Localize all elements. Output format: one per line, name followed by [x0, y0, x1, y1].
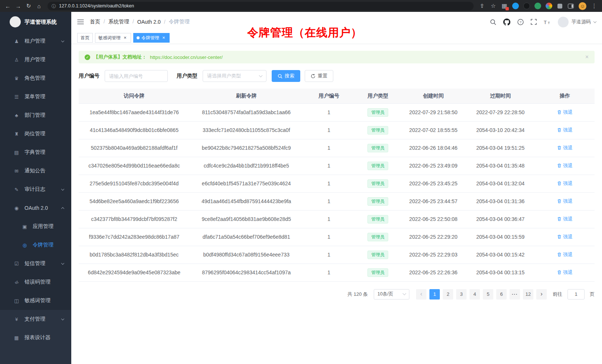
browser-address-bar[interactable]: 127.0.0.1:1024/system/oauth2/token — [48, 2, 474, 10]
sidebar-menu-item[interactable]: 令牌管理 — [0, 236, 71, 254]
help-icon[interactable]: ? — [517, 19, 524, 25]
sidebar-menu-item[interactable]: 部门管理 — [0, 106, 71, 125]
sidebar-menu-item[interactable]: 用户管理 — [0, 50, 71, 69]
goto-page-input[interactable] — [567, 289, 585, 300]
force-logout-button[interactable]: 强退 — [557, 127, 573, 133]
extension-grid-icon[interactable] — [501, 3, 508, 9]
user-id-input[interactable] — [105, 70, 168, 82]
doc-link[interactable]: https://doc.iocoder.cn/user-center/ — [150, 54, 223, 60]
user-type-badge: 管理员 — [367, 197, 388, 206]
force-logout-button[interactable]: 强退 — [557, 269, 573, 276]
sidebar-menu-item[interactable]: 短信管理 — [0, 254, 71, 273]
user-type-select[interactable]: 请选择用户类型 — [203, 70, 266, 82]
cell-user-type: 管理员 — [355, 139, 401, 157]
breadcrumb-item[interactable]: OAuth 2.0 — [137, 19, 169, 25]
sidebar-menu-item[interactable]: 应用管理 — [0, 217, 71, 236]
view-tab[interactable]: 令牌管理 — [133, 33, 170, 43]
reset-button[interactable]: 重置 — [305, 70, 333, 82]
sidebar-menu-item[interactable]: 支付管理 — [0, 310, 71, 328]
menu-item-icon — [13, 298, 20, 304]
sidebar-menu-item[interactable]: 审计日志 — [0, 180, 71, 199]
breadcrumb-item[interactable]: 首页 — [90, 19, 108, 25]
close-tab-icon[interactable] — [161, 35, 166, 40]
force-logout-button[interactable]: 强退 — [557, 198, 573, 205]
bookmark-star-icon[interactable] — [488, 1, 498, 11]
force-logout-button[interactable]: 强退 — [557, 180, 573, 187]
force-logout-label: 强退 — [563, 251, 573, 258]
sidebar-menu-item[interactable]: 敏感词管理 — [0, 291, 71, 310]
sidebar-menu-item[interactable]: 通知公告 — [0, 162, 71, 180]
extensions-puzzle-icon[interactable] — [557, 4, 562, 9]
user-type-badge: 管理员 — [367, 126, 388, 135]
sidebar-menu-item[interactable]: OAuth 2.0 — [0, 199, 71, 217]
browser-home-icon[interactable] — [34, 1, 44, 11]
sidebar-menu-item[interactable]: 角色管理 — [0, 69, 71, 87]
site-info-icon[interactable] — [52, 3, 56, 10]
side-panel-icon[interactable] — [568, 4, 574, 9]
view-tab[interactable]: 首页 — [77, 33, 93, 43]
cell-user-type: 管理员 — [355, 121, 401, 139]
force-logout-label: 强退 — [563, 162, 573, 169]
view-tab[interactable]: 敏感词管理 — [95, 33, 131, 43]
search-icon[interactable] — [490, 19, 496, 25]
sidebar-menu-item[interactable]: 错误码管理 — [0, 273, 71, 291]
force-logout-button[interactable]: 强退 — [557, 216, 573, 222]
user-type-badge: 管理员 — [367, 162, 388, 170]
force-logout-button[interactable]: 强退 — [557, 234, 573, 240]
collapse-sidebar-icon[interactable] — [77, 19, 84, 25]
view-tab-label: 首页 — [81, 35, 89, 41]
extension-blue-icon[interactable] — [512, 3, 519, 9]
next-page-button[interactable] — [536, 289, 547, 300]
force-logout-button[interactable]: 强退 — [557, 162, 573, 169]
force-logout-button[interactable]: 强退 — [557, 251, 573, 258]
page-button[interactable]: ··· — [510, 289, 520, 300]
cell-user-type: 管理员 — [355, 175, 401, 192]
cell-access-token: 41c41346a548490f9dc8b01c6bfe0865 — [79, 121, 190, 139]
browser-profile-avatar[interactable] — [579, 2, 586, 10]
menu-item-icon — [13, 335, 20, 341]
extension-colorful-icon[interactable] — [546, 3, 552, 9]
breadcrumb-item[interactable]: 令牌管理 — [169, 19, 190, 25]
search-button[interactable]: 搜索 — [272, 70, 300, 82]
cell-user-id: 1 — [303, 228, 355, 246]
page-button[interactable]: 4 — [470, 289, 480, 300]
force-logout-button[interactable]: 强退 — [557, 109, 573, 116]
github-icon[interactable] — [503, 19, 510, 26]
breadcrumb-item[interactable]: 系统管理 — [108, 19, 137, 25]
force-logout-button[interactable]: 强退 — [557, 145, 573, 151]
trash-icon — [557, 216, 562, 221]
close-tab-icon[interactable] — [122, 35, 128, 40]
table-row: c347026e805e4d99b0d116eae66eda8c cdfc4ce… — [79, 157, 595, 175]
browser-menu-icon[interactable] — [589, 1, 599, 11]
extension-green-icon[interactable] — [534, 3, 541, 9]
page-button[interactable]: 12 — [523, 289, 533, 300]
alert-close-icon[interactable] — [585, 54, 589, 60]
sidebar-menu-item[interactable]: 菜单管理 — [0, 87, 71, 106]
cell-refresh-token: cdfc4ce9c2da4bb1bdf21b9918ff4be5 — [190, 157, 303, 175]
browser-back-icon[interactable] — [3, 1, 13, 11]
sidebar-menu-item[interactable]: 租户管理 — [0, 32, 71, 50]
sidebar-menu-item[interactable]: 岗位管理 — [0, 125, 71, 143]
browser-forward-icon[interactable] — [13, 1, 23, 11]
page-button[interactable]: 1 — [429, 289, 440, 300]
page-button[interactable]: 5 — [483, 289, 493, 300]
share-icon[interactable] — [477, 1, 487, 11]
font-size-icon[interactable]: TT — [544, 19, 551, 25]
extension-dark-icon[interactable] — [523, 3, 530, 9]
cell-user-id: 1 — [303, 157, 355, 175]
cell-actions: 强退 — [535, 210, 595, 228]
cell-refresh-token: dfa6c71a50a54c66bef706ef9e6e8d81 — [190, 228, 303, 246]
breadcrumb: 首页 系统管理 OAuth 2.0 令牌管理 — [90, 19, 190, 25]
page-button[interactable]: 6 — [496, 289, 507, 300]
browser-reload-icon[interactable] — [24, 1, 33, 11]
sidebar-menu-item[interactable]: 报表设计器 — [0, 328, 71, 347]
page-button[interactable]: 3 — [456, 289, 467, 300]
user-menu[interactable]: 芋道源码 — [558, 17, 596, 27]
fullscreen-icon[interactable] — [531, 19, 537, 25]
prev-page-button[interactable] — [416, 289, 426, 300]
sidebar-menu-item[interactable]: 字典管理 — [0, 143, 71, 162]
page-button[interactable]: 2 — [443, 289, 453, 300]
app-logo[interactable]: 芋道管理系统 — [0, 12, 71, 32]
trash-icon — [557, 145, 562, 150]
page-size-select[interactable]: 10条/页 — [374, 289, 409, 300]
